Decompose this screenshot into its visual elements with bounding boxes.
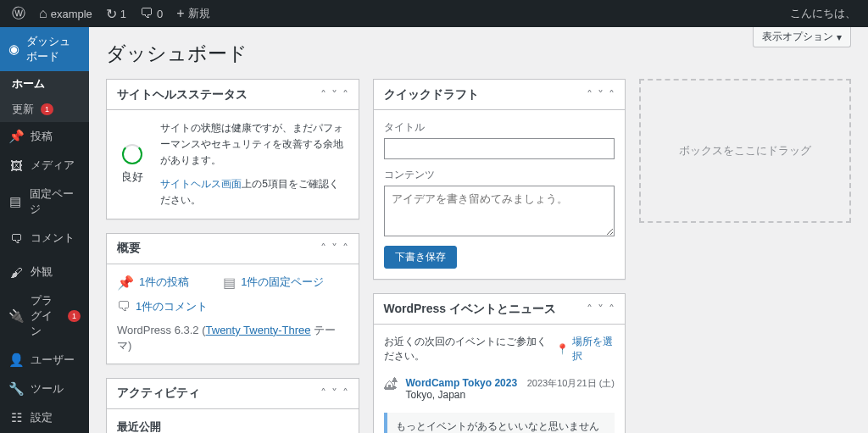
theme-link[interactable]: Twenty Twenty-Three bbox=[206, 324, 311, 336]
draft-content-textarea[interactable] bbox=[384, 186, 615, 236]
page-icon: ▤ bbox=[8, 194, 23, 209]
plugins-badge: 1 bbox=[68, 310, 81, 323]
event-cta: もっとイベントがあるといいなと思いませんか ? 次のイベントを企画してください … bbox=[384, 413, 615, 433]
site-health-title: サイトヘルスステータス bbox=[117, 87, 248, 103]
main-content: 表示オプション▾ ダッシュボード サイトヘルスステータス ˄˅˄ 良好 bbox=[89, 27, 868, 433]
chevron-down-icon[interactable]: ˅ bbox=[331, 386, 337, 400]
comment-icon: 🗨 bbox=[117, 299, 131, 314]
glance-posts-link[interactable]: 1件の投稿 bbox=[139, 275, 189, 290]
updates-badge: 1 bbox=[41, 103, 53, 116]
comments-link[interactable]: 🗨0 bbox=[133, 0, 170, 27]
page-icon: ▤ bbox=[223, 275, 236, 291]
event-date: 2023年10月21日 (土) bbox=[527, 377, 615, 401]
wp-logo[interactable]: ⓦ bbox=[5, 0, 32, 27]
dashboard-icon: ◉ bbox=[8, 42, 19, 57]
glance-comments-link[interactable]: 1件のコメント bbox=[136, 299, 208, 314]
title-label: タイトル bbox=[384, 120, 615, 135]
wrench-icon: 🔧 bbox=[8, 381, 24, 397]
chevron-up-icon[interactable]: ˄ bbox=[587, 88, 593, 102]
menu-comments[interactable]: 🗨コメント bbox=[0, 224, 89, 253]
health-message: サイトの状態は健康ですが、まだパフォーマンスやセキュリティを改善する余地がありま… bbox=[160, 120, 348, 169]
chevron-up-icon[interactable]: ˄ bbox=[342, 241, 348, 255]
chevron-up-icon[interactable]: ˄ bbox=[320, 386, 326, 400]
howdy-link[interactable]: こんにちは、 bbox=[783, 0, 863, 27]
home-icon: ⌂ bbox=[39, 6, 47, 21]
activity-title: アクティビティ bbox=[117, 386, 200, 401]
comments-count: 0 bbox=[157, 8, 163, 20]
quick-draft-title: クイックドラフト bbox=[384, 87, 479, 103]
new-label: 新規 bbox=[188, 6, 210, 21]
sliders-icon: ☷ bbox=[8, 410, 24, 425]
chevron-down-icon[interactable]: ˅ bbox=[331, 88, 337, 102]
event-location: Tokyo, Japan bbox=[406, 389, 519, 401]
chevron-down-icon[interactable]: ˅ bbox=[598, 303, 604, 316]
save-draft-button[interactable]: 下書き保存 bbox=[384, 246, 457, 269]
updates-count: 1 bbox=[120, 8, 126, 20]
chevron-down-icon[interactable]: ˅ bbox=[331, 241, 337, 255]
new-content-link[interactable]: +新規 bbox=[170, 0, 216, 27]
event-item: 🏕 WordCamp Tokyo 2023 Tokyo, Japan 2023年… bbox=[384, 372, 615, 406]
screen-options-tab[interactable]: 表示オプション▾ bbox=[753, 27, 851, 47]
plus-icon: + bbox=[176, 6, 184, 21]
wordcamp-icon: 🏕 bbox=[384, 377, 398, 401]
page-title: ダッシュボード bbox=[106, 41, 851, 67]
menu-tools[interactable]: 🔧ツール bbox=[0, 375, 89, 403]
box-quick-draft: クイックドラフト ˄˅˄ タイトル コンテンツ 下書き保存 bbox=[373, 79, 626, 280]
health-status: 良好 bbox=[117, 169, 147, 185]
site-health-link[interactable]: サイトヘルス画面 bbox=[160, 178, 242, 190]
chevron-up-icon[interactable]: ˄ bbox=[609, 303, 615, 316]
select-location-link[interactable]: 場所を選択 bbox=[572, 335, 615, 364]
health-progress-icon bbox=[122, 144, 142, 164]
chevron-up-icon[interactable]: ˄ bbox=[609, 88, 615, 102]
menu-plugins[interactable]: 🔌プラグイン1 bbox=[0, 286, 89, 346]
box-site-health: サイトヘルスステータス ˄˅˄ 良好 サイトの状態は健康ですが、まだパフォーマン… bbox=[106, 79, 359, 219]
box-activity: アクティビティ ˄˅˄ 最近公開 9月4日 4:30 AM Hello worl… bbox=[106, 378, 359, 433]
glance-title: 概要 bbox=[117, 241, 141, 256]
comment-icon: 🗨 bbox=[8, 231, 24, 246]
comment-icon: 🗨 bbox=[140, 6, 153, 21]
chevron-up-icon[interactable]: ˄ bbox=[320, 88, 326, 102]
media-icon: 🖾 bbox=[8, 158, 24, 173]
draft-title-input[interactable] bbox=[384, 138, 615, 159]
chevron-up-icon[interactable]: ˄ bbox=[342, 88, 348, 102]
admin-sidebar: ◉ダッシュボード ホーム 更新1 📌投稿 🖾メディア ▤固定ページ 🗨コメント … bbox=[0, 27, 89, 433]
user-icon: 👤 bbox=[8, 353, 24, 368]
menu-media[interactable]: 🖾メディア bbox=[0, 151, 89, 180]
chevron-down-icon[interactable]: ˅ bbox=[598, 88, 604, 102]
menu-users[interactable]: 👤ユーザー bbox=[0, 346, 89, 375]
plugin-icon: 🔌 bbox=[8, 308, 24, 324]
chevron-up-icon[interactable]: ˄ bbox=[320, 241, 326, 255]
glance-pages-link[interactable]: 1件の固定ページ bbox=[241, 275, 324, 290]
recent-published-heading: 最近公開 bbox=[117, 419, 348, 433]
menu-settings[interactable]: ☷設定 bbox=[0, 403, 89, 432]
wordpress-icon: ⓦ bbox=[12, 5, 25, 23]
menu-appearance[interactable]: 🖌外観 bbox=[0, 258, 89, 286]
pin-icon: 📌 bbox=[117, 275, 134, 291]
howdy-text: こんにちは、 bbox=[790, 6, 856, 21]
box-at-a-glance: 概要 ˄˅˄ 📌1件の投稿 ▤1件の固定ページ 🗨1件のコメント WordPre… bbox=[106, 233, 359, 364]
box-events-news: WordPress イベントとニュース ˄˅˄ お近くの次回のイベントにご参加く… bbox=[373, 293, 626, 433]
site-name: example bbox=[51, 8, 92, 20]
chevron-up-icon[interactable]: ˄ bbox=[587, 303, 593, 316]
event-name-link[interactable]: WordCamp Tokyo 2023 bbox=[406, 377, 518, 389]
menu-posts[interactable]: 📌投稿 bbox=[0, 122, 89, 151]
updates-link[interactable]: ↻1 bbox=[99, 0, 133, 27]
submenu-home[interactable]: ホーム bbox=[0, 71, 89, 97]
events-title: WordPress イベントとニュース bbox=[384, 302, 557, 317]
menu-dashboard[interactable]: ◉ダッシュボード bbox=[0, 27, 89, 71]
pin-icon: 📌 bbox=[8, 129, 24, 144]
admin-bar: ⓦ ⌂example ↻1 🗨0 +新規 こんにちは、 bbox=[0, 0, 868, 27]
brush-icon: 🖌 bbox=[8, 265, 24, 280]
refresh-icon: ↻ bbox=[106, 6, 117, 22]
location-icon: 📍 bbox=[556, 343, 569, 355]
chevron-up-icon[interactable]: ˄ bbox=[342, 386, 348, 400]
chevron-down-icon: ▾ bbox=[837, 31, 842, 43]
menu-pages[interactable]: ▤固定ページ bbox=[0, 180, 89, 224]
empty-dropzone[interactable]: ボックスをここにドラッグ bbox=[639, 79, 851, 223]
submenu-updates[interactable]: 更新1 bbox=[0, 97, 89, 122]
site-name-link[interactable]: ⌂example bbox=[32, 0, 99, 27]
attend-text: お近くの次回のイベントにご参加ください。 bbox=[384, 335, 554, 364]
content-label: コンテンツ bbox=[384, 168, 615, 182]
